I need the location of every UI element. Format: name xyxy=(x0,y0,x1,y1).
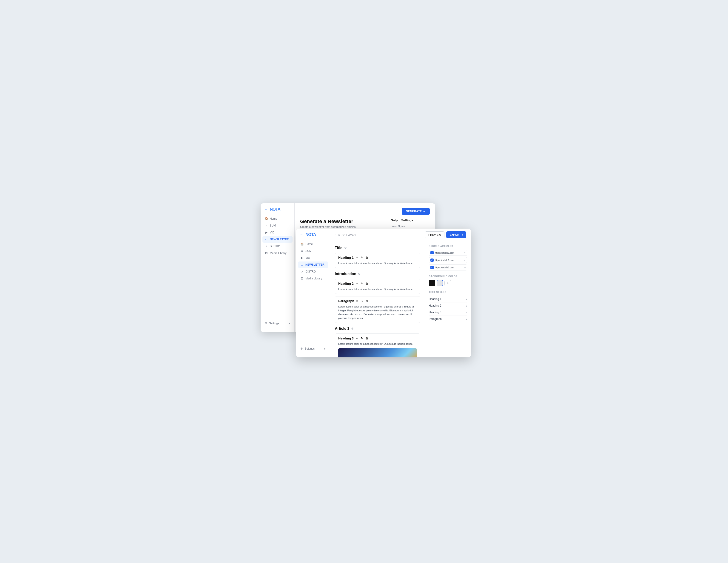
front-nav-home-label: Home xyxy=(305,242,313,245)
heading3-block: Heading 3 ✏ ↻ 🗑 Lorem ipsum dolor sit am… xyxy=(335,334,420,358)
front-nav-home[interactable]: 🏠 Home xyxy=(298,241,328,247)
paragraph-delete-icon[interactable]: 🗑 xyxy=(366,299,369,303)
back-nav-home-label: Home xyxy=(270,217,277,220)
front-logo-text: NOTA xyxy=(305,232,316,237)
heading2-delete-icon[interactable]: 🗑 xyxy=(365,282,369,286)
heading1-delete-icon[interactable]: 🗑 xyxy=(365,256,369,259)
intro-section-row: Introduction ⚙ xyxy=(335,272,420,276)
text-style-h3-label: Heading 3 xyxy=(429,311,441,314)
title-section-name: Title xyxy=(335,246,342,250)
back-nav-vid[interactable]: ▶ VID xyxy=(262,229,293,236)
gray-swatch[interactable] xyxy=(437,280,443,286)
heading1-label: Heading 1 xyxy=(338,256,354,259)
paragraph-text: Lorem ipsum dolor sit amet consectetur. … xyxy=(338,305,417,320)
back-nav-vid-label: VID xyxy=(270,231,274,234)
front-right-panel: SYNCED ARTICLES ✓ https://article1.com ✏… xyxy=(425,241,471,358)
front-settings-item[interactable]: ⚙ Settings ∨ xyxy=(298,346,328,352)
synced-articles-title: SYNCED ARTICLES xyxy=(429,245,467,247)
preview-button[interactable]: PREVIEW xyxy=(425,231,444,238)
export-button[interactable]: EXPORT ↑ xyxy=(446,231,466,238)
article1-editor-section: Article 1 ⚙ Heading 3 ✏ ↻ 🗑 xyxy=(335,327,420,358)
heading3-text: Lorem ipsum dolor sit amet consectetur. … xyxy=(338,342,417,346)
front-nav-newsletter[interactable]: □ NEWSLETTER xyxy=(298,261,328,268)
front-nav-sum[interactable]: ≡ SUM xyxy=(298,248,328,254)
brand-styles-label: Brand Styles xyxy=(391,225,430,227)
front-nav-media[interactable]: 🖼 Media Library xyxy=(298,275,328,282)
text-styles-title: TEXT STYLES xyxy=(429,291,467,294)
article1-checkbox[interactable]: ✓ xyxy=(430,251,434,254)
paragraph-block: Paragraph ✏ ↻ 🗑 Lorem ipsum dolor sit am… xyxy=(335,296,420,323)
heading3-refresh-icon[interactable]: ↻ xyxy=(360,337,364,340)
back-nav-newsletter[interactable]: □ NEWSLETTER xyxy=(262,236,293,242)
paragraph-edit-icon[interactable]: ✏ xyxy=(355,299,359,303)
text-style-paragraph-chevron: ∨ xyxy=(466,318,467,321)
heading2-text: Lorem ipsum dolor sit amet consectetur. … xyxy=(338,287,417,291)
front-nav: 🏠 Home ≡ SUM ▶ VID □ NEWSLETTER ↗ DIS xyxy=(296,241,330,344)
heading2-actions: ✏ ↻ 🗑 xyxy=(355,282,369,286)
heading2-edit-icon[interactable]: ✏ xyxy=(355,282,359,286)
synced-article-3: ✓ https://article1.com ✏ xyxy=(429,264,467,270)
article1-edit-icon[interactable]: ✏ xyxy=(464,251,466,254)
intro-gear-icon[interactable]: ⚙ xyxy=(358,272,361,275)
back-settings-label: Settings xyxy=(269,322,279,325)
back-settings-item[interactable]: ⚙ Settings ∨ xyxy=(262,320,293,327)
heading1-text: Lorem ipsum dolor sit amet consectetur. … xyxy=(338,261,417,265)
text-styles-section: TEXT STYLES Heading 1 ∨ Heading 2 ∨ Head… xyxy=(429,291,467,322)
output-settings-title: Output Settings xyxy=(391,218,430,222)
text-style-h1-chevron: ∨ xyxy=(466,298,467,301)
back-sidebar: ← NOTA 🏠 Home ≡ SUM ▶ VID xyxy=(261,203,295,332)
title-gear-icon[interactable]: ⚙ xyxy=(344,246,347,249)
start-over-button[interactable]: ← START OVER xyxy=(335,233,356,236)
front-nav-distro[interactable]: ↗ DISTRO xyxy=(298,268,328,275)
back-nav-distro[interactable]: ↗ DISTRO xyxy=(262,243,293,249)
front-sidebar-footer: ⚙ Settings ∨ xyxy=(296,344,330,354)
heading2-refresh-icon[interactable]: ↻ xyxy=(360,282,364,286)
front-nav-vid-label: VID xyxy=(305,256,310,259)
article1-url: https://article1.com xyxy=(435,251,462,254)
synced-article-2: ✓ https://article1.com ✏ xyxy=(429,257,467,263)
sum-icon: ≡ xyxy=(265,224,268,227)
front-sum-icon: ≡ xyxy=(300,249,304,252)
add-color-button[interactable]: + xyxy=(444,280,451,286)
text-style-paragraph[interactable]: Paragraph ∨ xyxy=(429,316,467,322)
text-style-h1[interactable]: Heading 1 ∨ xyxy=(429,296,467,303)
settings-gear-icon: ⚙ xyxy=(265,322,267,325)
back-nav-newsletter-label: NEWSLETTER xyxy=(270,238,289,241)
vid-icon: ▶ xyxy=(265,231,268,234)
heading2-block: Heading 2 ✏ ↻ 🗑 Lorem ipsum dolor sit am… xyxy=(335,279,420,294)
front-nav-vid[interactable]: ▶ VID xyxy=(298,254,328,261)
newsletter-icon: □ xyxy=(265,238,268,241)
text-style-h3-chevron: ∨ xyxy=(466,311,467,314)
black-swatch[interactable] xyxy=(429,280,435,286)
article3-edit-icon[interactable]: ✏ xyxy=(464,266,466,269)
newsletter-editor: Title ⚙ Heading 1 ✏ ↻ 🗑 xyxy=(330,241,425,358)
article2-checkbox[interactable]: ✓ xyxy=(430,258,434,262)
back-arrow-icon[interactable]: ← xyxy=(264,207,268,211)
front-window: ← NOTA 🏠 Home ≡ SUM ▶ VID xyxy=(296,228,471,358)
paragraph-refresh-icon[interactable]: ↻ xyxy=(361,299,364,303)
back-nav-media[interactable]: 🖼 Media Library xyxy=(262,250,293,256)
back-nav-home[interactable]: 🏠 Home xyxy=(262,215,293,222)
heading3-delete-icon[interactable]: 🗑 xyxy=(365,337,369,340)
heading3-edit-icon[interactable]: ✏ xyxy=(355,337,359,340)
article2-url: https://article1.com xyxy=(435,259,462,261)
heading3-label: Heading 3 xyxy=(338,337,354,340)
text-style-h2-label: Heading 2 xyxy=(429,304,441,307)
front-vid-icon: ▶ xyxy=(300,256,304,259)
text-style-h3[interactable]: Heading 3 ∨ xyxy=(429,309,467,316)
article3-checkbox[interactable]: ✓ xyxy=(430,266,434,269)
back-nav-sum-label: SUM xyxy=(270,224,276,227)
article1-editor-gear-icon[interactable]: ⚙ xyxy=(351,327,354,330)
intro-section-name: Introduction xyxy=(335,272,356,276)
heading1-refresh-icon[interactable]: ↻ xyxy=(360,256,364,259)
front-back-arrow-icon[interactable]: ← xyxy=(300,233,304,237)
text-style-h2[interactable]: Heading 2 ∨ xyxy=(429,303,467,309)
heading1-edit-icon[interactable]: ✏ xyxy=(355,256,359,259)
back-nav-sum[interactable]: ≡ SUM xyxy=(262,222,293,229)
back-logo: ← NOTA xyxy=(261,207,294,215)
article2-edit-icon[interactable]: ✏ xyxy=(464,259,466,261)
generate-button[interactable]: GENERATE → xyxy=(402,208,430,215)
front-settings-gear-icon: ⚙ xyxy=(300,347,303,350)
front-home-icon: 🏠 xyxy=(300,242,304,245)
back-nav-media-label: Media Library xyxy=(270,251,287,255)
